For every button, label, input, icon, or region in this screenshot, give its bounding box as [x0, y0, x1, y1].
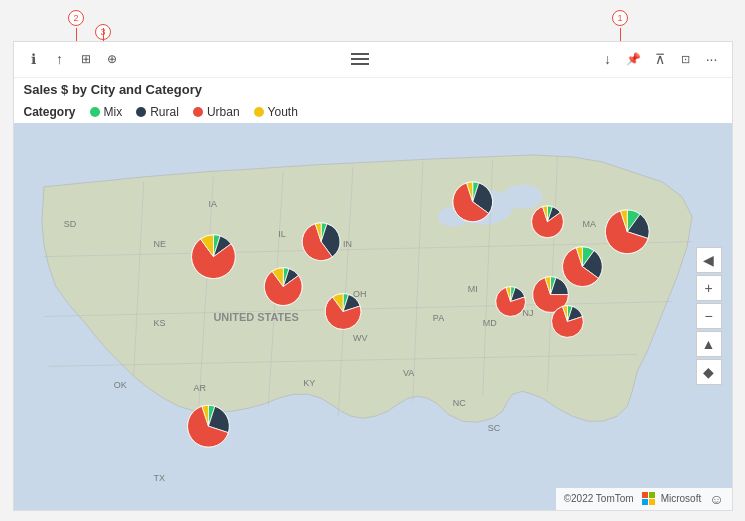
svg-text:KY: KY: [303, 378, 315, 388]
youth-dot: [254, 107, 264, 117]
download-icon[interactable]: ↓: [598, 49, 618, 69]
legend-item-mix: Mix: [90, 105, 123, 119]
svg-text:OK: OK: [113, 380, 126, 390]
svg-text:MI: MI: [467, 283, 477, 293]
map-zoom-out-btn[interactable]: −: [696, 303, 722, 329]
up-icon[interactable]: ↑: [50, 49, 70, 69]
visual-card: ℹ ↑ ⊞ ⊕ ↓ 📌 ⊼ ⊡ ··· Sales $ by Cit: [13, 41, 733, 511]
legend-item-youth: Youth: [254, 105, 298, 119]
grid-icon[interactable]: ⊞: [76, 49, 96, 69]
legend-item-urban: Urban: [193, 105, 240, 119]
svg-point-2: [502, 184, 542, 208]
chart-title: Sales $ by City and Category: [14, 78, 732, 101]
map-location-btn[interactable]: ◆: [696, 359, 722, 385]
toolbar-center: [351, 53, 369, 65]
rural-dot: [136, 107, 146, 117]
map-footer: ©2022 TomTom Microsoft ☺: [556, 488, 732, 510]
callout-3: 3: [95, 24, 111, 40]
microsoft-label: Microsoft: [661, 493, 702, 504]
svg-text:UNITED STATES: UNITED STATES: [213, 311, 298, 323]
svg-text:TX: TX: [153, 473, 164, 483]
info-icon[interactable]: ℹ: [24, 49, 44, 69]
svg-text:IA: IA: [208, 198, 216, 208]
pin-icon[interactable]: 📌: [624, 49, 644, 69]
microsoft-logo: Microsoft: [642, 492, 702, 506]
mix-label: Mix: [104, 105, 123, 119]
svg-text:SD: SD: [63, 218, 76, 228]
copyright-text: ©2022 TomTom: [564, 493, 634, 504]
svg-point-3: [437, 206, 467, 226]
map-zoom-in-btn[interactable]: +: [696, 275, 722, 301]
legend-item-rural: Rural: [136, 105, 179, 119]
map-arrow-btn[interactable]: ◀: [696, 247, 722, 273]
toolbar-left: ℹ ↑ ⊞ ⊕: [24, 49, 122, 69]
card-toolbar: ℹ ↑ ⊞ ⊕ ↓ 📌 ⊼ ⊡ ···: [14, 42, 732, 78]
legend-label: Category: [24, 105, 76, 119]
urban-dot: [193, 107, 203, 117]
legend: Category Mix Rural Urban Youth: [14, 101, 732, 123]
smiley-icon[interactable]: ☺: [709, 491, 723, 507]
filter-icon[interactable]: ⊼: [650, 49, 670, 69]
ms-squares: [642, 492, 656, 506]
mix-dot: [90, 107, 100, 117]
urban-label: Urban: [207, 105, 240, 119]
svg-text:PA: PA: [432, 313, 443, 323]
callout-1: 1: [612, 10, 628, 26]
more-icon[interactable]: ···: [702, 49, 722, 69]
map-svg: SD NE IA IL IN OH KS WV PA MI MD NJ MA V…: [14, 123, 732, 510]
toolbar-right: ↓ 📌 ⊼ ⊡ ···: [598, 49, 722, 69]
svg-text:NC: NC: [452, 398, 465, 408]
svg-text:OH: OH: [353, 288, 366, 298]
map-area[interactable]: SD NE IA IL IN OH KS WV PA MI MD NJ MA V…: [14, 123, 732, 510]
map-north-btn[interactable]: ▲: [696, 331, 722, 357]
svg-text:NJ: NJ: [522, 308, 533, 318]
svg-text:IL: IL: [278, 228, 285, 238]
page-container: 2 3 1 ℹ ↑ ⊞ ⊕ ↓: [0, 0, 745, 521]
svg-text:IN: IN: [343, 238, 352, 248]
map-controls: ◀ + − ▲ ◆: [696, 247, 722, 385]
callout-2: 2: [68, 10, 84, 26]
expand-icon[interactable]: ⊕: [102, 49, 122, 69]
svg-text:AL: AL: [218, 423, 229, 433]
youth-label: Youth: [268, 105, 298, 119]
svg-text:AR: AR: [193, 383, 206, 393]
svg-text:KS: KS: [153, 318, 165, 328]
svg-text:SC: SC: [487, 423, 500, 433]
svg-text:WV: WV: [353, 333, 367, 343]
svg-text:VA: VA: [402, 368, 413, 378]
focus-icon[interactable]: ⊡: [676, 49, 696, 69]
svg-text:NE: NE: [153, 238, 165, 248]
svg-text:MA: MA: [582, 218, 595, 228]
svg-text:MD: MD: [482, 318, 496, 328]
rural-label: Rural: [150, 105, 179, 119]
hamburger-menu[interactable]: [351, 53, 369, 65]
